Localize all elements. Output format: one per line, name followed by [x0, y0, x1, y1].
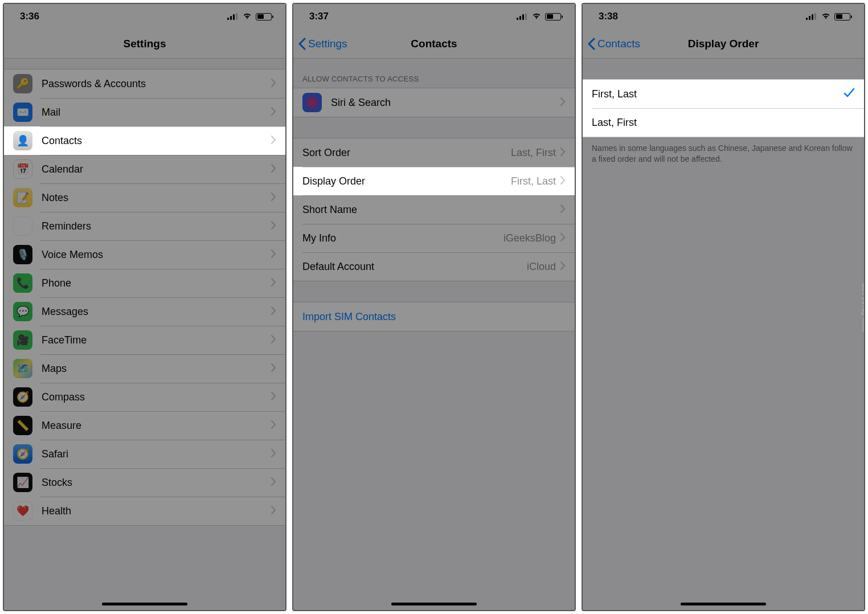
settings-row-facetime[interactable]: 🎥 FaceTime	[4, 326, 285, 354]
home-indicator[interactable]	[681, 603, 766, 605]
row-label: Display Order	[302, 175, 511, 187]
footer-note: Names in some languages such as Chinese,…	[583, 137, 864, 170]
screen-settings: 3:36 Settings 🔑 Passwords & Accounts ✉️ …	[3, 3, 286, 611]
measure-icon: 📏	[13, 416, 32, 435]
chevron-right-icon	[271, 505, 276, 517]
settings-row-compass[interactable]: 🧭 Compass	[4, 383, 285, 411]
row-label: Measure	[42, 420, 271, 432]
screen-contacts-settings: 3:37 Settings Contacts ALLOW CONTACTS TO…	[292, 3, 576, 611]
chevron-right-icon	[271, 135, 276, 147]
settings-row-mail[interactable]: ✉️ Mail	[4, 98, 285, 126]
option-first-last[interactable]: First, Last	[583, 80, 864, 108]
row-label: Contacts	[42, 135, 271, 147]
settings-row-calendar[interactable]: 📅 Calendar	[4, 155, 285, 183]
back-button[interactable]: Contacts	[587, 29, 640, 58]
chevron-right-icon	[271, 220, 276, 232]
row-label: Calendar	[42, 163, 271, 175]
row-import-sim[interactable]: Import SIM Contacts	[293, 302, 575, 331]
status-bar: 3:37	[293, 4, 575, 29]
chevron-right-icon	[271, 78, 276, 90]
row-siri-search[interactable]: Siri & Search	[293, 88, 575, 117]
notes-icon: 📝	[13, 188, 32, 207]
chevron-right-icon	[271, 363, 276, 375]
battery-icon	[256, 13, 272, 21]
chevron-right-icon	[271, 306, 276, 318]
chevron-left-icon	[298, 38, 306, 50]
home-indicator[interactable]	[391, 603, 477, 605]
row-label: FaceTime	[42, 334, 271, 346]
row-value: Last, First	[511, 147, 556, 159]
chevron-right-icon	[271, 107, 276, 118]
back-label: Contacts	[597, 38, 640, 50]
row-label: Sort Order	[302, 147, 511, 159]
settings-row-health[interactable]: ❤️ Health	[4, 497, 285, 525]
chevron-right-icon	[271, 420, 276, 432]
facetime-icon: 🎥	[13, 330, 32, 350]
nav-bar: Contacts Display Order	[583, 29, 864, 59]
row-label: Compass	[42, 391, 271, 403]
chevron-right-icon	[560, 175, 566, 187]
phone-icon: 📞	[13, 273, 32, 293]
row-label: Passwords & Accounts	[42, 78, 271, 90]
page-title: Settings	[124, 38, 166, 50]
row-label: Default Account	[302, 261, 527, 273]
status-bar: 3:36	[4, 4, 285, 29]
row-sort-order[interactable]: Sort Order Last, First	[293, 138, 575, 167]
row-label: Short Name	[302, 204, 560, 216]
settings-row-measure[interactable]: 📏 Measure	[4, 411, 285, 440]
settings-row-stocks[interactable]: 📈 Stocks	[4, 468, 285, 497]
home-indicator[interactable]	[102, 603, 187, 605]
row-label: My Info	[302, 232, 503, 244]
messages-icon: 💬	[13, 302, 32, 321]
chevron-right-icon	[560, 261, 566, 273]
voice-memos-icon: 🎙️	[13, 245, 32, 264]
chevron-right-icon	[271, 334, 276, 346]
option-label: First, Last	[592, 88, 844, 100]
chevron-right-icon	[560, 232, 566, 244]
wifi-icon	[531, 11, 542, 22]
battery-icon	[834, 13, 850, 21]
health-icon: ❤️	[13, 501, 32, 521]
checkmark-icon	[844, 88, 855, 101]
status-time: 3:37	[309, 11, 329, 22]
option-last-first[interactable]: Last, First	[583, 108, 864, 137]
settings-row-messages[interactable]: 💬 Messages	[4, 297, 285, 326]
settings-row-contacts[interactable]: 👤 Contacts	[4, 126, 285, 155]
page-title: Contacts	[411, 38, 457, 50]
chevron-right-icon	[271, 477, 276, 489]
row-label: Messages	[42, 306, 271, 318]
siri-icon	[302, 93, 322, 112]
nav-bar: Settings Contacts	[293, 29, 575, 59]
wifi-icon	[821, 11, 831, 22]
settings-row-voice-memos[interactable]: 🎙️ Voice Memos	[4, 240, 285, 269]
row-label: Notes	[42, 192, 271, 204]
back-button[interactable]: Settings	[298, 29, 347, 58]
safari-icon: 🧭	[13, 444, 32, 464]
watermark: www.deuaq.com	[861, 283, 865, 331]
row-my-info[interactable]: My Info iGeeksBlog	[293, 224, 575, 252]
contacts-icon: 👤	[13, 131, 32, 150]
chevron-right-icon	[560, 147, 566, 159]
wifi-icon	[242, 11, 252, 22]
settings-row-notes[interactable]: 📝 Notes	[4, 183, 285, 212]
chevron-right-icon	[271, 448, 276, 460]
row-default-account[interactable]: Default Account iCloud	[293, 252, 575, 281]
settings-row-safari[interactable]: 🧭 Safari	[4, 440, 285, 468]
status-time: 3:38	[599, 11, 618, 22]
settings-row-phone[interactable]: 📞 Phone	[4, 269, 285, 297]
calendar-icon: 📅	[13, 159, 32, 179]
chevron-right-icon	[271, 192, 276, 204]
row-short-name[interactable]: Short Name	[293, 195, 575, 224]
option-label: Last, First	[592, 117, 855, 129]
settings-row-passwords[interactable]: 🔑 Passwords & Accounts	[4, 69, 285, 98]
chevron-right-icon	[271, 391, 276, 403]
row-display-order[interactable]: Display Order First, Last	[293, 167, 575, 195]
page-title: Display Order	[688, 38, 759, 50]
settings-row-reminders[interactable]: ⊙ Reminders	[4, 212, 285, 240]
stocks-icon: 📈	[13, 473, 32, 492]
chevron-right-icon	[271, 163, 276, 175]
mail-icon: ✉️	[13, 103, 32, 122]
status-bar: 3:38	[583, 4, 864, 29]
settings-row-maps[interactable]: 🗺️ Maps	[4, 354, 285, 383]
chevron-right-icon	[271, 249, 276, 261]
